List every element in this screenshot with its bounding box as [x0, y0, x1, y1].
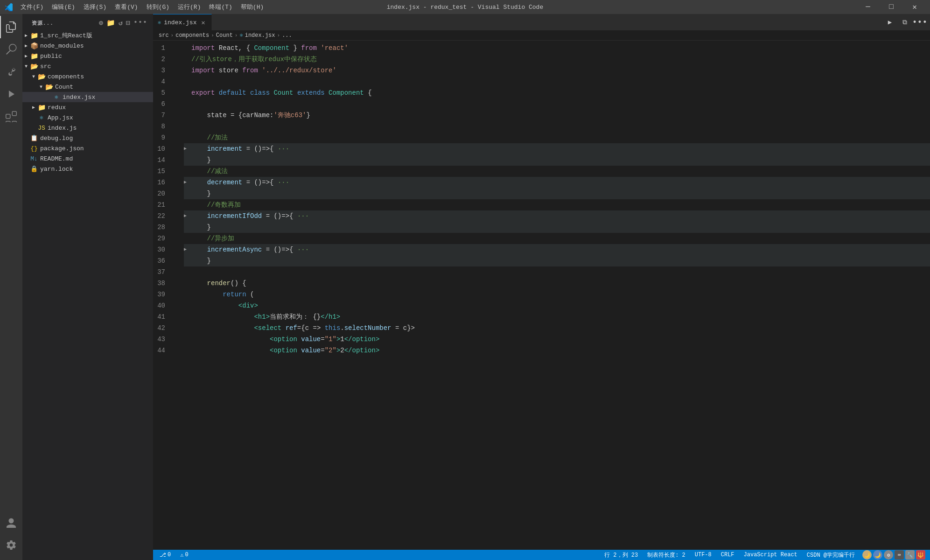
- status-indent[interactable]: 制表符长度: 2: [645, 551, 687, 559]
- new-file-icon[interactable]: ⊕: [99, 19, 104, 28]
- tree-arrow: ▶: [30, 105, 37, 110]
- run-code-icon[interactable]: ▶: [883, 16, 896, 29]
- token-cmt: //异步加: [191, 233, 234, 244]
- token-plain: React, {: [215, 42, 254, 54]
- tab-close-button[interactable]: ✕: [199, 19, 207, 26]
- menu-run[interactable]: 运行(R): [174, 0, 204, 14]
- token-kw: class: [250, 87, 270, 98]
- token-cmt: //引入store，用于获取redux中保存状态: [191, 54, 317, 65]
- menu-file[interactable]: 文件(F): [17, 0, 47, 14]
- status-encoding[interactable]: UTF-8: [693, 552, 713, 558]
- fold-arrow-icon[interactable]: ▶: [184, 210, 189, 222]
- wm-icon-5[interactable]: 🔧: [905, 550, 915, 560]
- menu-help[interactable]: 帮助(H): [237, 0, 267, 14]
- menu-edit[interactable]: 编辑(E): [48, 0, 78, 14]
- collapse-icon[interactable]: ⊟: [126, 19, 131, 28]
- tree-item-Count[interactable]: ▼📂Count: [22, 82, 153, 92]
- tree-item-index_js[interactable]: JSindex.js: [22, 123, 153, 133]
- breadcrumb-components[interactable]: components: [175, 32, 209, 39]
- wm-icon-3[interactable]: ⚙: [884, 550, 893, 560]
- status-position[interactable]: 行 2，列 23: [602, 551, 640, 559]
- line-number-5: 5: [153, 87, 173, 98]
- activity-accounts[interactable]: [0, 511, 22, 534]
- code-line-22: ▶ incrementIfOdd = ()=>{ ···: [184, 210, 930, 222]
- fold-arrow-icon[interactable]: ▶: [184, 143, 189, 154]
- code-line-3: import store from '../../redux/store': [184, 65, 930, 76]
- token-cmt: ···: [278, 143, 289, 154]
- fold-arrow-icon[interactable]: ▶: [184, 177, 189, 188]
- token-str: "1": [325, 334, 336, 345]
- tree-file-icon: 📁: [30, 32, 38, 40]
- breadcrumb-src[interactable]: src: [159, 32, 169, 39]
- split-editor-icon[interactable]: ⧉: [898, 16, 911, 29]
- code-line-42: <select ref={c => this.selectNumber = c}…: [184, 322, 930, 334]
- token-cmt: ···: [278, 177, 289, 188]
- tree-arrow: ▶: [22, 53, 30, 59]
- breadcrumb-count[interactable]: Count: [216, 32, 233, 39]
- tree-file-icon: 📁: [37, 104, 46, 112]
- status-errors[interactable]: ⚠ 0: [178, 552, 190, 559]
- tree-file-icon: ⚛: [37, 114, 46, 121]
- tree-label: components: [48, 73, 153, 80]
- more-actions-icon[interactable]: •••: [913, 16, 926, 29]
- wm-icon-1[interactable]: 🌙: [862, 550, 872, 560]
- wm-icon-2[interactable]: 🌙: [873, 550, 882, 560]
- close-button[interactable]: ✕: [904, 0, 925, 14]
- tree-item-index_jsx[interactable]: ⚛index.jsx: [22, 92, 153, 102]
- tree-item-yarn_lock[interactable]: 🔒yarn.lock: [22, 164, 153, 174]
- activity-explorer[interactable]: [0, 16, 22, 38]
- token-str: 'react': [321, 42, 348, 54]
- wm-icon-6[interactable]: 🔱: [916, 550, 925, 560]
- token-plain: [191, 322, 254, 334]
- new-folder-icon[interactable]: 📁: [106, 19, 116, 28]
- token-plain: [191, 143, 207, 154]
- wm-icon-4[interactable]: ⌨: [895, 550, 904, 560]
- activity-source-control[interactable]: [0, 61, 22, 83]
- token-plain: [317, 42, 321, 54]
- token-cmt: ···: [297, 244, 309, 255]
- status-branch[interactable]: ⎇ 0: [158, 552, 173, 559]
- editor-area: ⚛ index.jsx ✕ ▶ ⧉ ••• src › components ›…: [153, 14, 930, 560]
- menu-selection[interactable]: 选择(S): [80, 0, 110, 14]
- breadcrumb-sep-2: ›: [211, 33, 214, 38]
- eol-text: CRLF: [721, 552, 734, 558]
- menu-view[interactable]: 查看(V): [111, 0, 141, 14]
- fold-arrow-icon[interactable]: ▶: [184, 244, 189, 255]
- tree-item-package_json[interactable]: {}package.json: [22, 143, 153, 154]
- code-area[interactable]: import React, { Component } from 'react'…: [176, 41, 930, 550]
- tree-item-1_src__React_[interactable]: ▶📁1_src_纯React版: [22, 30, 153, 41]
- tree-item-App_jsx[interactable]: ⚛App.jsx: [22, 112, 153, 123]
- tree-item-node_modules[interactable]: ▶📦node_modules: [22, 41, 153, 51]
- token-plain: [297, 334, 301, 345]
- token-plain: [297, 345, 301, 356]
- menu-terminal[interactable]: 终端(T): [205, 0, 236, 14]
- line-number-28: 28: [153, 222, 173, 233]
- token-plain: [215, 87, 218, 98]
- breadcrumb-file[interactable]: index.jsx: [245, 32, 275, 39]
- tab-index-jsx[interactable]: ⚛ index.jsx ✕: [153, 14, 212, 30]
- activity-extensions[interactable]: [0, 105, 22, 128]
- editor-scroll[interactable]: 1234567891014151620212228293036373839404…: [153, 41, 930, 550]
- tree-item-public[interactable]: ▶📁public: [22, 51, 153, 61]
- token-plain: }: [191, 188, 211, 199]
- token-plain: [191, 177, 207, 188]
- tree-item-debug_log[interactable]: 📋debug.log: [22, 133, 153, 143]
- tree-item-components[interactable]: ▼📂components: [22, 71, 153, 82]
- tree-item-src[interactable]: ▼📂src: [22, 61, 153, 71]
- activity-search[interactable]: [0, 38, 22, 61]
- tree-item-redux[interactable]: ▶📁redux: [22, 102, 153, 112]
- code-line-44: <option value="2">2</option>: [184, 345, 930, 356]
- activity-run[interactable]: [0, 83, 22, 105]
- activity-bottom: [0, 511, 22, 560]
- menu-goto[interactable]: 转到(G): [143, 0, 173, 14]
- tree-item-README_md[interactable]: M↓README.md: [22, 154, 153, 164]
- maximize-button[interactable]: □: [881, 0, 902, 14]
- refresh-icon[interactable]: ↺: [119, 19, 123, 28]
- more-icon[interactable]: •••: [133, 19, 147, 28]
- minimize-button[interactable]: ─: [857, 0, 879, 14]
- status-right: 行 2，列 23 制表符长度: 2 UTF-8 CRLF JavaScript …: [602, 550, 925, 560]
- status-eol[interactable]: CRLF: [719, 552, 736, 558]
- breadcrumb-symbol[interactable]: ...: [282, 32, 292, 39]
- status-language[interactable]: JavaScript React: [742, 552, 799, 558]
- activity-settings[interactable]: [0, 534, 22, 556]
